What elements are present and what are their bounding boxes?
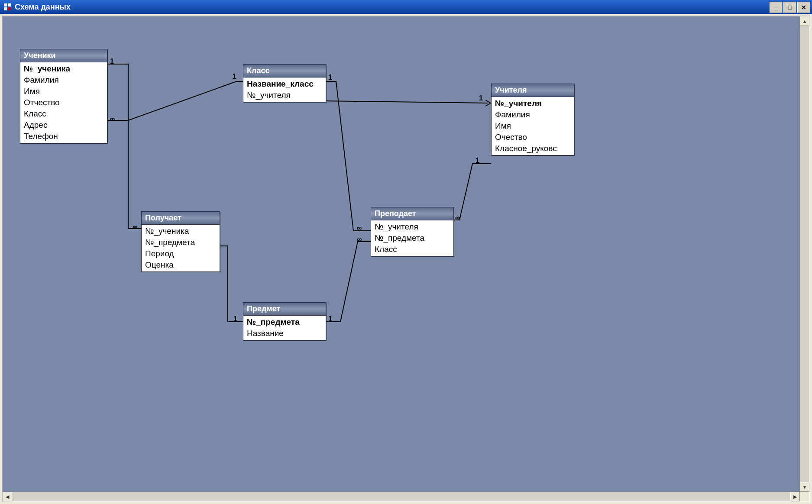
scroll-right-button[interactable]: ▶ (790, 492, 800, 501)
table-field[interactable]: Класс (371, 244, 453, 255)
diagram-canvas[interactable]: 1 ∞ ∞ 1 1 1 ∞ 1 ∞ 1 ∞ 1 ∞ Ученики №_учен… (3, 16, 800, 492)
scroll-up-button[interactable]: ▲ (800, 16, 809, 26)
table-receives[interactable]: Получает №_ученика №_предмета Период Оце… (141, 211, 220, 272)
cardinality-label: 1 (328, 315, 332, 323)
minimize-button[interactable]: _ (770, 2, 783, 13)
table-field[interactable]: Имя (492, 120, 574, 132)
titlebar[interactable]: Схема данных _ □ ✕ (0, 0, 812, 14)
app-icon (3, 3, 11, 11)
table-class[interactable]: Класс Название_класс №_учителя (243, 64, 326, 102)
table-subject[interactable]: Предмет №_предмета Название (243, 302, 326, 340)
table-field[interactable]: №_предмета (243, 317, 326, 328)
table-field[interactable]: №_предмета (142, 237, 220, 248)
table-field[interactable]: №_предмета (371, 233, 453, 244)
table-students[interactable]: Ученики №_ученика Фамилия Имя Отчество К… (20, 49, 107, 143)
table-title: Учителя (492, 84, 574, 97)
field-list: №_учителя Фамилия Имя Очество Класное_ру… (492, 97, 574, 155)
maximize-button[interactable]: □ (783, 2, 796, 13)
table-field[interactable]: Отчество (20, 97, 107, 108)
cardinality-label: 1 (233, 315, 237, 323)
cardinality-label: 1 (479, 94, 483, 102)
cardinality-label: ∞ (133, 223, 137, 231)
table-field[interactable]: Название (243, 328, 326, 339)
scroll-left-button[interactable]: ◀ (3, 492, 12, 501)
table-field[interactable]: Класное_руковс (492, 143, 574, 154)
cardinality-label: ∞ (110, 115, 115, 123)
cardinality-label: ∞ (357, 224, 362, 232)
table-field[interactable]: №_учителя (371, 221, 453, 233)
window-frame: Схема данных _ □ ✕ (0, 0, 812, 504)
table-teaches[interactable]: Преподает №_учителя №_предмета Класс (371, 207, 454, 256)
table-teachers[interactable]: Учителя №_учителя Фамилия Имя Очество Кл… (491, 84, 574, 155)
table-title: Получает (142, 212, 220, 225)
table-field[interactable]: №_ученика (142, 226, 220, 237)
scrollbar-corner (800, 492, 809, 501)
table-field[interactable]: №_учителя (492, 98, 574, 109)
table-field[interactable]: Адрес (20, 120, 107, 131)
table-title: Класс (243, 65, 326, 78)
table-field[interactable]: Имя (20, 86, 107, 97)
vertical-scrollbar[interactable]: ▲ ▼ (799, 16, 809, 492)
cardinality-label: 1 (328, 74, 332, 81)
client-area: 1 ∞ ∞ 1 1 1 ∞ 1 ∞ 1 ∞ 1 ∞ Ученики №_учен… (2, 16, 810, 502)
close-button[interactable]: ✕ (797, 2, 810, 13)
field-list: №_учителя №_предмета Класс (371, 220, 453, 256)
table-field[interactable]: Очество (492, 132, 574, 143)
window-title: Схема данных (15, 3, 71, 12)
table-field[interactable]: Фамилия (20, 74, 107, 86)
table-title: Предмет (243, 303, 326, 316)
cardinality-label: 1 (110, 58, 114, 65)
svg-rect-0 (4, 3, 7, 6)
table-field[interactable]: Класс (20, 108, 107, 120)
svg-rect-2 (4, 7, 7, 10)
cardinality-label: ∞ (357, 236, 362, 243)
table-field[interactable]: Период (142, 248, 220, 259)
table-title: Преподает (371, 207, 453, 220)
field-list: №_ученика №_предмета Период Оценка (142, 225, 220, 271)
window-buttons: _ □ ✕ (770, 2, 810, 13)
svg-rect-1 (8, 3, 11, 6)
table-title: Ученики (20, 49, 107, 62)
table-field[interactable]: №_ученика (20, 63, 107, 74)
cardinality-label: 1 (233, 73, 236, 81)
table-field[interactable]: Телефон (20, 131, 107, 142)
field-list: №_предмета Название (243, 316, 326, 340)
svg-rect-3 (8, 7, 11, 10)
horizontal-scrollbar[interactable]: ◀ ▶ (3, 491, 800, 501)
table-field[interactable]: Название_класс (243, 78, 326, 90)
table-field[interactable]: №_учителя (243, 90, 326, 101)
field-list: №_ученика Фамилия Имя Отчество Класс Адр… (20, 62, 107, 143)
scroll-down-button[interactable]: ▼ (800, 482, 809, 492)
cardinality-label: 1 (476, 157, 479, 165)
table-field[interactable]: Фамилия (492, 109, 574, 120)
cardinality-label: ∞ (455, 214, 460, 222)
table-field[interactable]: Оценка (142, 259, 220, 271)
field-list: Название_класс №_учителя (243, 78, 326, 102)
